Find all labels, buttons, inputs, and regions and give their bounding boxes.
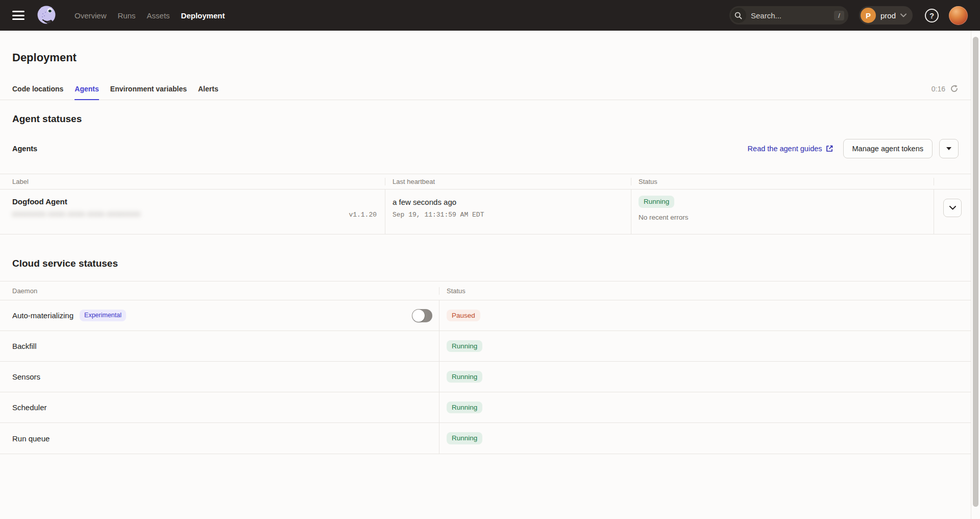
column-header-status: Status: [439, 287, 971, 295]
nav-assets[interactable]: Assets: [147, 11, 170, 20]
cloud-service-statuses-heading: Cloud service statuses: [12, 258, 971, 269]
daemon-name: Auto-materializing: [12, 311, 74, 320]
daemon-status-badge: Running: [447, 402, 482, 414]
deployment-page: Deployment Code locations Agents Environ…: [0, 31, 971, 519]
agent-row: Dogfood Agent 00000000-0000-0000-0000-00…: [0, 190, 971, 234]
daemon-row-backfill: Backfill Running: [0, 331, 971, 362]
agent-guides-link[interactable]: Read the agent guides: [748, 145, 833, 153]
help-glyph: ?: [929, 11, 934, 20]
deployment-name: prod: [880, 11, 896, 20]
search-icon: [731, 8, 746, 23]
agent-actions-dropdown-button[interactable]: [939, 139, 959, 158]
scrollbar-thumb[interactable]: [973, 37, 978, 507]
heartbeat-timestamp: Sep 19, 11:31:59 AM EDT: [393, 211, 631, 219]
tab-alerts[interactable]: Alerts: [198, 78, 218, 100]
column-header-status: Status: [631, 178, 934, 185]
column-header-daemon: Daemon: [0, 287, 439, 295]
nav-deployment[interactable]: Deployment: [181, 11, 225, 20]
auto-materializing-toggle[interactable]: [412, 309, 432, 322]
experimental-badge: Experimental: [80, 310, 126, 321]
refresh-icon[interactable]: [950, 84, 959, 93]
page-title: Deployment: [12, 51, 971, 64]
external-link-icon: [826, 145, 833, 152]
daemon-status-badge: Running: [447, 432, 482, 444]
dagster-logo-icon[interactable]: [36, 5, 57, 26]
daemon-status-badge: Running: [447, 340, 482, 352]
agents-toolbar: Agents Read the agent guides Manage agen…: [12, 139, 959, 158]
refresh-countdown-label: 0:16: [932, 85, 945, 93]
tab-agents[interactable]: Agents: [75, 78, 99, 100]
deployment-tabs: Code locations Agents Environment variab…: [0, 78, 971, 100]
agent-guides-link-label: Read the agent guides: [748, 145, 822, 153]
help-icon[interactable]: ?: [925, 9, 939, 22]
primary-nav: Overview Runs Assets Deployment: [75, 11, 225, 20]
manage-agent-tokens-button[interactable]: Manage agent tokens: [843, 139, 933, 158]
cloud-services-table: Daemon Status Auto-materializing Experim…: [0, 281, 971, 454]
scrollbar: [971, 31, 980, 519]
daemon-name: Sensors: [12, 372, 40, 381]
nav-overview[interactable]: Overview: [75, 11, 107, 20]
menu-icon[interactable]: [12, 11, 24, 20]
agents-table: Label Last heartbeat Status Dogfood Agen…: [0, 174, 971, 234]
search-placeholder: Search...: [751, 11, 781, 20]
deployment-avatar: P: [861, 8, 876, 23]
daemon-status-badge: Running: [447, 371, 482, 383]
agent-statuses-heading: Agent statuses: [12, 113, 971, 125]
daemon-name: Run queue: [12, 434, 50, 443]
agents-table-header: Label Last heartbeat Status: [0, 174, 971, 190]
chevron-down-icon: [949, 206, 956, 210]
user-avatar[interactable]: [949, 6, 968, 25]
daemon-status-badge: Paused: [447, 310, 480, 322]
refresh-countdown: 0:16: [932, 84, 959, 93]
agent-name: Dogfood Agent: [12, 197, 385, 206]
agent-version: v1.1.20: [349, 211, 377, 219]
daemon-row-sensors: Sensors Running: [0, 362, 971, 392]
chevron-down-icon: [900, 13, 906, 17]
daemon-row-scheduler: Scheduler Running: [0, 392, 971, 423]
column-header-last-heartbeat: Last heartbeat: [385, 178, 631, 185]
toggle-knob: [412, 310, 425, 322]
agents-subheading: Agents: [12, 145, 37, 153]
daemon-name: Scheduler: [12, 403, 47, 412]
search-shortcut-key: /: [834, 11, 844, 20]
daemon-name: Backfill: [12, 342, 37, 350]
heartbeat-relative: a few seconds ago: [393, 198, 631, 206]
daemon-row-auto-materializing: Auto-materializing Experimental Paused: [0, 300, 971, 331]
nav-runs[interactable]: Runs: [118, 11, 136, 20]
tab-environment-variables[interactable]: Environment variables: [110, 78, 187, 100]
deployment-switcher[interactable]: P prod: [859, 6, 913, 25]
column-header-label: Label: [0, 178, 385, 185]
search-input[interactable]: Search... /: [729, 6, 848, 25]
caret-down-icon: [946, 147, 951, 150]
agent-id-redacted: 00000000-0000-0000-0000-00000000: [12, 210, 141, 218]
agent-row-expand-button[interactable]: [943, 199, 962, 217]
daemon-row-run-queue: Run queue Running: [0, 423, 971, 454]
cloud-table-header: Daemon Status: [0, 281, 971, 300]
agent-status-note: No recent errors: [639, 214, 934, 221]
agent-status-badge: Running: [639, 196, 674, 208]
top-nav-bar: Overview Runs Assets Deployment Search..…: [0, 0, 980, 31]
tab-code-locations[interactable]: Code locations: [12, 78, 63, 100]
